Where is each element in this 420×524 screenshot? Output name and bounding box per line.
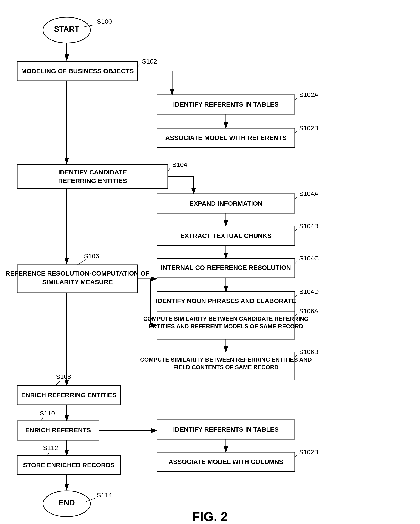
s106a-label-1: COMPUTE SIMILARITY BETWEEN CANDIDATE REF… — [143, 316, 309, 322]
s110-ref: S110 — [40, 410, 55, 417]
svg-line-46 — [41, 417, 43, 421]
s108-ref: S108 — [56, 373, 71, 380]
fig-label: FIG. 2 — [192, 509, 228, 524]
s100-ref: S100 — [97, 18, 112, 25]
s110b-label: ASSOCIATE MODEL WITH COLUMNS — [169, 458, 283, 465]
s102-label: MODELING OF BUSINESS OBJECTS — [21, 67, 134, 74]
s104d-ref: S104D — [299, 288, 319, 295]
s108-label: ENRICH REFERRING ENTITIES — [21, 391, 116, 399]
s112-label: STORE ENRICHED RECORDS — [23, 461, 115, 468]
s106a-ref: S106A — [299, 307, 318, 314]
s104c-label: INTERNAL CO-REFERENCE RESOLUTION — [161, 264, 291, 271]
s104d-label: IDENTIFY NOUN PHRASES AND ELABORATE — [156, 297, 296, 304]
svg-line-31 — [77, 259, 86, 265]
flowchart-svg: START S100 MODELING OF BUSINESS OBJECTS … — [0, 0, 420, 524]
svg-line-43 — [56, 381, 60, 385]
start-label: START — [54, 25, 79, 34]
s102a-label: IDENTIFY REFERENTS IN TABLES — [173, 101, 279, 108]
s104-label-2: REFERRING ENTITIES — [58, 177, 127, 184]
s114-ref: S114 — [97, 491, 112, 498]
svg-rect-14 — [17, 165, 168, 188]
s102a-ref: S102A — [299, 91, 318, 98]
s104a-ref: S104A — [299, 190, 318, 197]
s112-ref: S112 — [43, 444, 58, 451]
s104-label-1: IDENTIFY CANDIDATE — [58, 169, 127, 176]
s110b-ref: S102B — [299, 448, 318, 455]
end-label: END — [59, 498, 75, 507]
s110-label: ENRICH REFERENTS — [25, 427, 91, 434]
s110a-label: IDENTIFY REFERENTS IN TABLES — [173, 426, 279, 433]
s104a-label: EXPAND INFORMATION — [189, 200, 263, 207]
s104b-ref: S104B — [299, 222, 318, 229]
s106b-label-1: COMPUTE SIMILARITY BETWEEN REFERRING ENT… — [140, 357, 312, 363]
s106b-label-2: FIELD CONTENTS OF SAME RECORD — [173, 364, 278, 370]
s102b-ref: S102B — [299, 124, 318, 131]
svg-line-54 — [47, 452, 50, 455]
s104c-ref: S104C — [299, 255, 319, 262]
diagram-container: START S100 MODELING OF BUSINESS OBJECTS … — [0, 0, 420, 524]
s102-ref: S102 — [142, 58, 157, 65]
s102b-label: ASSOCIATE MODEL WITH REFERENTS — [165, 134, 287, 141]
s106-ref: S106 — [84, 253, 99, 260]
s106a-label-2: ENTITIES AND REFERENT MODELS OF SAME REC… — [149, 323, 303, 330]
s106-label-2: SIMILARITY MEASURE — [42, 278, 113, 286]
s106-label-1: REFERENCE RESOLUTION-COMPUTATION OF — [6, 270, 150, 277]
s106b-ref: S106B — [299, 348, 318, 355]
s104b-label: EXTRACT TEXTUAL CHUNKS — [180, 232, 272, 239]
s104-ref: S104 — [172, 161, 187, 168]
